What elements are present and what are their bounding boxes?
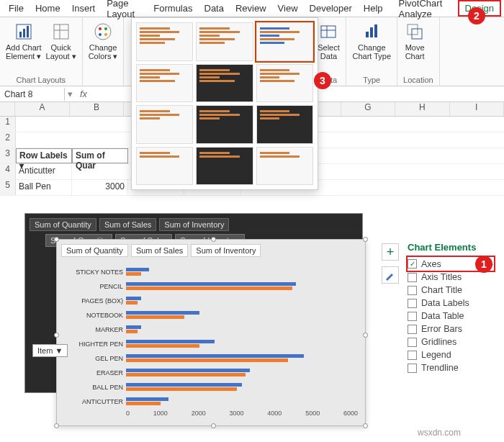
chart-element-trendline[interactable]: Trendline [408, 361, 494, 374]
chart-btn-quantity[interactable]: Sum of Quantity [61, 244, 128, 257]
row-5[interactable]: 5 [0, 180, 16, 195]
col-B[interactable]: B [70, 102, 124, 116]
add-chart-element-button[interactable]: Add Chart Element ▾ [6, 20, 42, 61]
style-thumb-11[interactable] [196, 147, 253, 186]
chart-element-error-bars[interactable]: Error Bars [408, 323, 494, 335]
chart-element-data-labels[interactable]: Data Labels [408, 297, 494, 310]
checkbox-icon[interactable] [408, 273, 417, 282]
row-2[interactable]: 2 [0, 132, 16, 148]
style-thumb-2[interactable] [196, 22, 253, 61]
chart-element-gridlines[interactable]: Gridlines [408, 335, 494, 348]
checkbox-icon[interactable] [408, 364, 417, 373]
bar-series1 [126, 268, 149, 271]
row-3[interactable]: 3 [0, 148, 16, 163]
col-G[interactable]: G [341, 102, 395, 116]
chart-element-label: Chart Title [421, 285, 462, 295]
bar-series1 [126, 383, 242, 387]
checkbox-icon[interactable]: ✓ [408, 259, 417, 269]
col-H[interactable]: H [395, 102, 449, 116]
style-thumb-7[interactable] [136, 105, 193, 144]
style-thumb-8[interactable] [196, 105, 253, 144]
chart-element-data-table[interactable]: Data Table [408, 310, 494, 323]
checkbox-icon[interactable] [408, 325, 417, 334]
pivot-row-ballpen[interactable]: Ball Pen [16, 180, 72, 195]
row-1[interactable]: 1 [0, 117, 16, 132]
tab-formulas[interactable]: Formulas [148, 1, 198, 15]
chart-element-legend[interactable]: Legend [408, 348, 494, 361]
bar-label: PAGES (BOX) [64, 297, 126, 305]
tab-insert[interactable]: Insert [66, 1, 102, 15]
style-thumb-9[interactable] [256, 105, 313, 144]
checkbox-icon[interactable] [408, 338, 417, 347]
checkbox-icon[interactable] [408, 299, 417, 308]
bar-series2 [126, 315, 184, 319]
bar-series1 [126, 354, 304, 358]
chart-main[interactable]: Sum of Quantity Sum of Sales Sum of Inve… [56, 239, 366, 426]
col-A[interactable]: A [15, 102, 69, 116]
pivot-row-anticutter[interactable]: Anticutter [16, 164, 72, 179]
tab-data[interactable]: Data [199, 1, 230, 15]
ribbon-tabs: File Home Insert Page Layout Formulas Da… [0, 0, 504, 17]
axis-tick: 0 [126, 410, 130, 417]
svg-rect-12 [321, 26, 336, 37]
svg-point-11 [104, 33, 107, 36]
tab-help[interactable]: Help [358, 1, 389, 15]
bar-series2 [126, 287, 292, 290]
style-thumb-1[interactable] [136, 22, 193, 61]
checkbox-icon[interactable] [408, 312, 417, 321]
change-chart-type-button[interactable]: Change Chart Type [352, 20, 391, 60]
chart-element-label: Axis Titles [421, 272, 462, 282]
quick-layout-button[interactable]: Quick Layout ▾ [46, 20, 76, 61]
bar-series2 [126, 402, 161, 405]
bar-label: NOTEBOOK [64, 312, 126, 319]
tab-review[interactable]: Review [230, 1, 272, 15]
chart-btn-inventory[interactable]: Sum of Inventory [191, 244, 261, 257]
tab-view[interactable]: View [272, 1, 304, 15]
select-all-corner[interactable] [0, 102, 15, 116]
axis-tick: 6000 [343, 410, 358, 417]
style-thumb-12[interactable] [256, 147, 313, 186]
select-data-button[interactable]: Select Data [317, 20, 340, 60]
chart-style-gallery[interactable] [131, 17, 318, 190]
axis-tick: 4000 [267, 410, 282, 417]
callout-badge-2: 2 [468, 7, 485, 24]
bar-series2 [126, 272, 141, 276]
change-colors-button[interactable]: Change Colors ▾ [89, 20, 118, 61]
style-thumb-5[interactable] [196, 64, 253, 103]
bar-series2 [126, 344, 199, 348]
svg-rect-15 [366, 32, 369, 37]
chart-styles-icon[interactable] [382, 266, 399, 284]
move-chart-button[interactable]: Move Chart [403, 20, 426, 60]
chart-element-axis-titles[interactable]: Axis Titles [408, 271, 494, 284]
tab-file[interactable]: File [3, 1, 30, 15]
callout-badge-1: 1 [475, 256, 492, 273]
style-thumb-4[interactable] [136, 64, 193, 103]
axis-tick: 1000 [153, 410, 168, 417]
bar-label: MARKER [64, 326, 126, 333]
bar-series1 [126, 325, 141, 329]
tab-home[interactable]: Home [30, 1, 66, 15]
name-box[interactable]: Chart 8 [0, 88, 65, 101]
svg-rect-4 [54, 24, 68, 39]
tab-developer[interactable]: Developer [304, 1, 358, 15]
bar-series2 [126, 387, 237, 391]
namebox-dropdown-icon[interactable]: ▾ [65, 89, 76, 99]
style-thumb-3-selected[interactable] [256, 22, 313, 61]
row-4[interactable]: 4 [0, 164, 16, 179]
svg-point-9 [104, 27, 107, 30]
pivot-row-labels-header[interactable]: Row Labels ▾ [16, 148, 72, 163]
chart-btn-sales[interactable]: Sum of Sales [131, 244, 188, 257]
chart-elements-icon[interactable]: + [382, 243, 399, 261]
chart-element-label: Trendline [421, 363, 459, 373]
pivot-val-a[interactable]: 3000 [72, 180, 128, 195]
checkbox-icon[interactable] [408, 286, 417, 295]
style-thumb-6[interactable] [256, 64, 313, 103]
svg-rect-2 [23, 29, 25, 37]
checkbox-icon[interactable] [408, 351, 417, 360]
move-chart-icon [403, 20, 426, 43]
fx-icon[interactable]: fx [76, 89, 91, 99]
col-I[interactable]: I [450, 102, 504, 116]
style-thumb-10[interactable] [136, 147, 193, 186]
chart-element-chart-title[interactable]: Chart Title [408, 284, 494, 297]
bar-label: ANTICUTTER [64, 398, 126, 405]
